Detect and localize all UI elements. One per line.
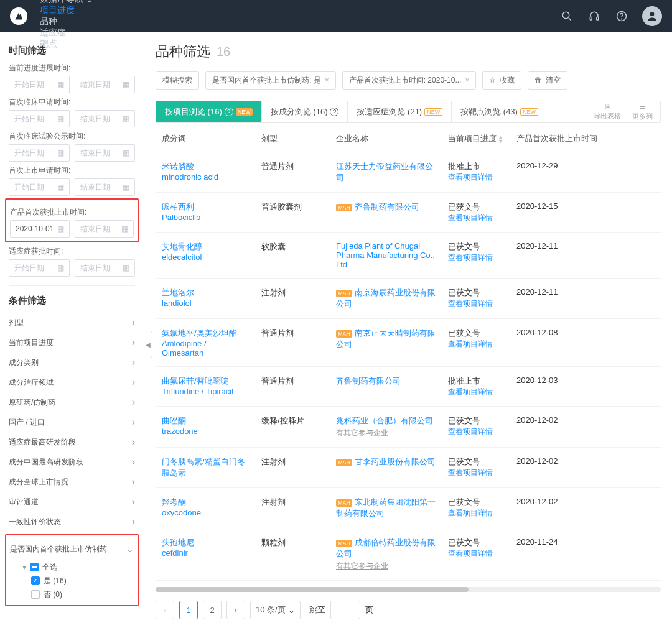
nav-2[interactable]: 项目进度 [40, 5, 93, 16]
date-end-5[interactable]: 结束日期▦ [75, 259, 136, 277]
component-en-link[interactable]: Trifluridine / Tipiracil [162, 387, 249, 396]
tree-yes[interactable]: 是 (16) [14, 574, 134, 588]
page-size-select[interactable]: 10 条/页⌄ [250, 601, 301, 619]
project-detail-link[interactable]: 查看项目详情 [448, 548, 504, 559]
cond-4[interactable]: 原研药/仿制药 [9, 392, 135, 412]
enterprise-link[interactable]: 江苏天士力帝益药业有限公司 [336, 162, 433, 182]
date-end-1[interactable]: 结束日期▦ [75, 110, 136, 127]
prev-page-button[interactable]: ‹ [156, 601, 174, 619]
cond-10[interactable]: 一致性评价状态 [9, 512, 135, 532]
date-end-2[interactable]: 结束日期▦ [75, 144, 136, 162]
other-enterprises-link[interactable]: 有其它参与企业 [336, 561, 388, 571]
component-en-link[interactable]: cefdinir [162, 548, 249, 558]
date-end-3[interactable]: 结束日期▦ [75, 178, 136, 196]
cond-6[interactable]: 适应症最高研发阶段 [9, 432, 135, 452]
page-1-button[interactable]: 1 [179, 601, 198, 619]
component-en-link[interactable]: landiolol [162, 298, 249, 308]
logo[interactable] [10, 7, 27, 25]
close-icon[interactable]: × [325, 76, 329, 85]
tab-2[interactable]: 按适应症浏览 (21)NEW [348, 101, 452, 122]
cond-9[interactable]: 审评通道 [9, 492, 135, 512]
component-zh-link[interactable]: 氨氯地平/奥美沙坦酯 [162, 328, 249, 339]
date-start-0[interactable]: 开始日期▦ [9, 76, 70, 93]
sidebar-collapse-handle[interactable]: ◀ [144, 331, 152, 358]
cond-0[interactable]: 剂型 [9, 313, 135, 333]
favorite-chip[interactable]: ☆收藏 [482, 71, 521, 90]
component-zh-link[interactable]: 曲氟尿苷/替吡嘧啶 [162, 376, 249, 387]
cond-3[interactable]: 成分治疗领域 [9, 372, 135, 392]
component-en-link[interactable]: oxycodone [162, 508, 249, 517]
more-columns-button[interactable]: ☰更多列 [632, 103, 653, 121]
project-detail-link[interactable]: 查看项目详情 [448, 298, 504, 309]
enterprise-link[interactable]: 齐鲁制药有限公司 [336, 376, 401, 385]
help-icon[interactable]: ? [225, 108, 233, 116]
filter-chip-2[interactable]: 产品首次获批上市时间: 2020-10...× [342, 71, 477, 90]
date-start-4[interactable]: 2020-10-01▦ [10, 220, 70, 238]
cond-7[interactable]: 成分中国最高研发阶段 [9, 452, 135, 472]
component-en-link[interactable]: trazodone [162, 427, 249, 436]
cond-2[interactable]: 成分类别 [9, 353, 135, 372]
date-end-4[interactable]: 结束日期▦ [75, 220, 134, 238]
date-start-3[interactable]: 开始日期▦ [9, 178, 70, 196]
checkbox-on-icon[interactable] [31, 576, 40, 585]
cond-5[interactable]: 国产 / 进口 [9, 412, 135, 432]
date-start-2[interactable]: 开始日期▦ [9, 144, 70, 162]
clear-chip[interactable]: 🗑清空 [528, 71, 567, 90]
headset-icon[interactable] [587, 9, 601, 23]
component-zh-link[interactable]: 米诺膦酸 [162, 161, 249, 172]
horizontal-scrollbar[interactable] [156, 587, 661, 592]
jump-input[interactable] [330, 601, 360, 619]
cond-first-generic[interactable]: 是否国内首个获批上市仿制药 [10, 539, 134, 559]
close-icon[interactable]: × [465, 76, 469, 85]
component-zh-link[interactable]: 头孢地尼 [162, 537, 249, 548]
checkbox-indeterminate-icon[interactable] [30, 563, 39, 571]
filter-chip-1[interactable]: 是否国内首个获批上市仿制药: 是× [205, 71, 336, 90]
project-detail-link[interactable]: 查看项目详情 [448, 172, 504, 183]
help-icon[interactable]: ? [330, 108, 338, 116]
export-button[interactable]: ⎘导出表格 [594, 103, 621, 121]
page-2-button[interactable]: 2 [203, 601, 222, 619]
date-start-1[interactable]: 开始日期▦ [9, 110, 70, 127]
fuzzy-search-chip[interactable]: 模糊搜索 [156, 71, 199, 90]
project-detail-link[interactable]: 查看项目详情 [448, 387, 504, 397]
tree-all[interactable]: ▾全选 [14, 560, 134, 574]
search-icon[interactable] [560, 9, 574, 23]
nav-1[interactable]: 数据库导航⌄ [40, 0, 93, 5]
tree-no[interactable]: 否 (0) [14, 588, 134, 601]
th-form[interactable]: 剂型 [255, 126, 330, 152]
enterprise-link[interactable]: Fujieda Plant of Chugai Pharma Manufactu… [336, 241, 435, 269]
component-zh-link[interactable]: 哌柏西利 [162, 201, 249, 213]
project-detail-link[interactable]: 查看项目详情 [448, 213, 504, 223]
th-date[interactable]: 产品首次获批上市时间 [510, 126, 661, 152]
project-detail-link[interactable]: 查看项目详情 [448, 468, 504, 478]
project-detail-link[interactable]: 查看项目详情 [448, 508, 504, 519]
th-component[interactable]: 成分词 [156, 126, 255, 152]
cond-8[interactable]: 成分全球上市情况 [9, 472, 135, 492]
component-zh-link[interactable]: 兰地洛尔 [162, 287, 249, 298]
date-end-0[interactable]: 结束日期▦ [75, 76, 136, 93]
enterprise-link[interactable]: 兆科药业（合肥）有限公司 [336, 416, 433, 425]
tab-1[interactable]: 按成分浏览 (16)? [262, 101, 348, 122]
date-start-5[interactable]: 开始日期▦ [9, 259, 70, 277]
other-enterprises-link[interactable]: 有其它参与企业 [336, 428, 388, 438]
component-en-link[interactable]: minodronic acid [162, 172, 249, 182]
next-page-button[interactable]: › [226, 601, 245, 619]
tab-0[interactable]: 按项目浏览 (16)?NEW [156, 101, 262, 122]
tab-3[interactable]: 按靶点浏览 (43)NEW [452, 101, 547, 122]
component-zh-link[interactable]: 曲唑酮 [162, 415, 249, 427]
checkbox-off-icon[interactable] [31, 590, 40, 599]
enterprise-link[interactable]: 齐鲁制药有限公司 [355, 202, 419, 211]
help-icon[interactable] [615, 9, 628, 23]
component-en-link[interactable]: eldecalcitol [162, 252, 249, 262]
sort-icon[interactable]: ▲▼ [498, 136, 503, 143]
component-en-link[interactable]: Palbociclib [162, 213, 249, 222]
project-detail-link[interactable]: 查看项目详情 [448, 427, 504, 437]
component-zh-link[interactable]: 门冬胰岛素/精蛋白门冬胰岛素 [162, 456, 249, 479]
cond-1[interactable]: 当前项目进度 [9, 333, 135, 353]
enterprise-link[interactable]: 甘李药业股份有限公司 [355, 457, 436, 466]
nav-3[interactable]: 品种 [40, 16, 93, 27]
component-en-link[interactable]: Amlodipine / Olmesartan [162, 339, 249, 358]
th-enterprise[interactable]: 企业名称 [330, 126, 442, 152]
th-progress[interactable]: 当前项目进度▲▼ [442, 126, 510, 152]
component-zh-link[interactable]: 艾地骨化醇 [162, 241, 249, 252]
